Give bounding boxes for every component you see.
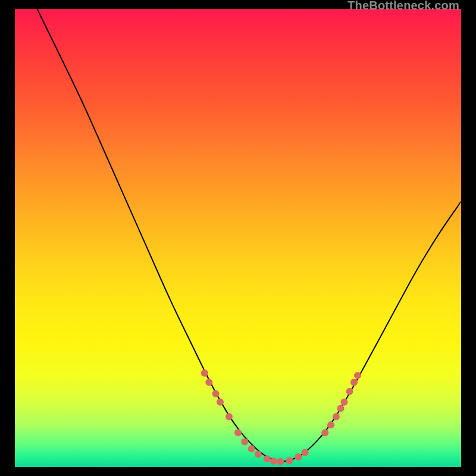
highlight-dot — [255, 450, 262, 458]
watermark-text: TheBottleneck.com — [347, 0, 459, 12]
highlight-dot — [234, 429, 242, 436]
highlight-dot — [201, 369, 208, 377]
highlight-dot — [302, 449, 309, 456]
highlight-dot — [337, 405, 345, 412]
highlight-dot — [321, 429, 328, 436]
highlight-dot — [264, 455, 271, 462]
highlight-dot — [205, 379, 212, 386]
highlight-dot — [277, 458, 284, 465]
highlight-dot — [248, 445, 255, 452]
highlight-dot — [226, 413, 233, 420]
highlight-dot — [217, 399, 224, 406]
highlight-dot — [354, 372, 361, 379]
chart-frame — [15, 9, 461, 467]
bottleneck-curve — [37, 9, 462, 461]
highlight-dot — [212, 390, 220, 397]
highlight-dot — [327, 421, 334, 428]
highlight-dot — [333, 413, 340, 420]
highlight-dot — [341, 399, 348, 406]
highlight-dot — [241, 439, 248, 446]
highlight-dot — [295, 453, 302, 461]
highlight-dot — [350, 379, 358, 386]
highlight-dot — [286, 457, 293, 464]
chart-overlay — [15, 9, 461, 467]
highlight-dot — [270, 458, 277, 465]
highlight-dot — [346, 388, 353, 395]
highlight-dots — [201, 369, 361, 465]
